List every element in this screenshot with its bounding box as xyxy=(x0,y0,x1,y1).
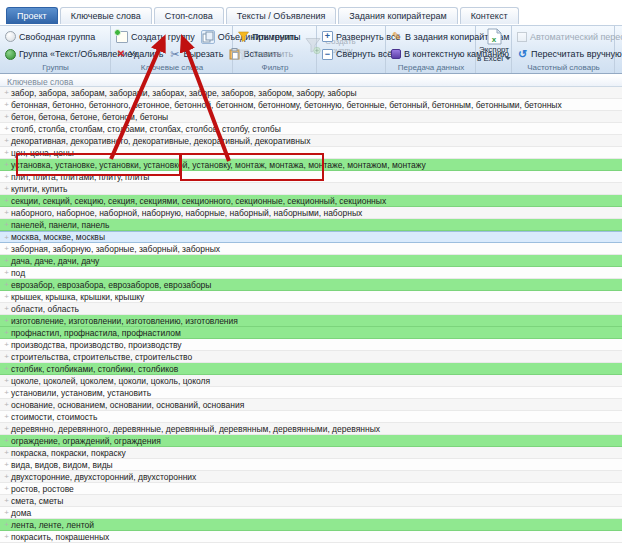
row-expander-icon[interactable]: + xyxy=(2,507,11,518)
keyword-row-text: забор, забора, заборам, заборами, забора… xyxy=(11,88,357,98)
checkbox-icon[interactable] xyxy=(517,32,527,42)
keyword-row[interactable]: +декоративная, декоративного, декоративн… xyxy=(0,135,622,147)
keyword-row[interactable]: +смета, сметы xyxy=(0,495,622,507)
tab-project[interactable]: Проект xyxy=(6,7,58,24)
row-expander-icon[interactable]: + xyxy=(2,327,11,338)
row-expander-icon[interactable]: + xyxy=(2,87,11,98)
tab-2[interactable]: Стоп-слова xyxy=(154,7,224,24)
cut-button[interactable]: ✂ Вырезать xyxy=(166,47,226,62)
free-group-button[interactable]: Свободная группа xyxy=(2,29,109,44)
keyword-row[interactable]: +столбик, столбиками, столбики, столбико… xyxy=(0,363,622,375)
keyword-row[interactable]: +цоколе, цоколей, цоколем, цоколи, цокол… xyxy=(0,375,622,387)
row-expander-icon[interactable]: + xyxy=(2,351,11,362)
tab-1[interactable]: Ключевые слова xyxy=(60,7,152,24)
row-expander-icon[interactable]: + xyxy=(2,435,11,446)
keyword-row[interactable]: +дача, даче, дачи, дачу xyxy=(0,255,622,267)
row-expander-icon[interactable]: + xyxy=(2,303,11,314)
row-expander-icon[interactable]: + xyxy=(2,339,11,350)
keyword-row[interactable]: +ростов, ростове xyxy=(0,483,622,495)
row-expander-icon[interactable]: + xyxy=(2,291,11,302)
row-expander-icon[interactable]: + xyxy=(2,147,11,158)
row-expander-icon[interactable]: + xyxy=(2,207,11,218)
row-expander-icon[interactable]: + xyxy=(2,363,11,374)
keyword-row[interactable]: +изготовление, изготовлении, изготовлени… xyxy=(0,315,622,327)
row-expander-icon[interactable]: + xyxy=(2,423,11,434)
row-expander-icon[interactable]: + xyxy=(2,387,11,398)
keyword-row[interactable]: +забор, забора, заборам, заборами, забор… xyxy=(0,87,622,99)
keyword-row[interactable]: +крышек, крышка, крышки, крышку xyxy=(0,291,622,303)
keyword-row[interactable]: +производства, производство, производств… xyxy=(0,339,622,351)
keyword-row[interactable]: +купити, купить xyxy=(0,183,622,195)
tab-4[interactable]: Задания копирайтерам xyxy=(338,7,457,24)
row-expander-icon[interactable]: + xyxy=(2,459,11,470)
cancel-filter-button[interactable]: Отменить xyxy=(235,47,302,62)
keyword-row[interactable]: +строительства, строительстве, строитель… xyxy=(0,351,622,363)
keyword-row[interactable]: +бетон, бетона, бетоне, бетоном, бетоны xyxy=(0,111,622,123)
row-expander-icon[interactable]: + xyxy=(2,483,11,494)
keyword-row[interactable]: +области, область xyxy=(0,303,622,315)
keyword-row[interactable]: +бетонная, бетонно, бетонного, бетонное,… xyxy=(0,99,622,111)
row-expander-icon[interactable]: + xyxy=(2,315,11,326)
keyword-row[interactable]: +дома xyxy=(0,507,622,519)
row-expander-icon[interactable]: + xyxy=(2,279,11,290)
keyword-row[interactable]: +секции, секций, секцию, секция, секциям… xyxy=(0,195,622,207)
keyword-row[interactable]: +под xyxy=(0,267,622,279)
row-expander-icon[interactable]: + xyxy=(2,219,11,230)
row-expander-icon[interactable]: + xyxy=(2,195,11,206)
row-expander-icon[interactable]: + xyxy=(2,111,11,122)
row-expander-icon[interactable]: + xyxy=(2,243,11,254)
row-expander-icon[interactable]: + xyxy=(2,99,11,110)
keyword-row[interactable]: +профнастил, профнастила, профнастилом xyxy=(0,327,622,339)
row-expander-icon[interactable]: + xyxy=(2,447,11,458)
keyword-row[interactable]: +установка, установке, установки, устано… xyxy=(0,159,622,171)
to-context-campaign-button[interactable]: В контекстную кампанию xyxy=(388,47,474,62)
text-ad-group-button[interactable]: Группа «Текст/Объявление» xyxy=(2,47,109,62)
row-expander-icon[interactable]: + xyxy=(2,267,11,278)
row-expander-icon[interactable]: + xyxy=(2,255,11,266)
keyword-row[interactable]: +покраска, покраски, покраску xyxy=(0,447,622,459)
keyword-row[interactable]: +еврозабор, еврозабора, еврозаборов, евр… xyxy=(0,279,622,291)
row-expander-icon[interactable]: + xyxy=(2,375,11,386)
keyword-row[interactable]: +плит, плита, плитами, плиту, плиты xyxy=(0,171,622,183)
keyword-row[interactable]: +заборная, заборную, заборные, заборный,… xyxy=(0,243,622,255)
collapse-all-button[interactable]: − Свернуть всё xyxy=(319,47,384,62)
row-expander-icon[interactable]: + xyxy=(2,495,11,506)
keyword-row[interactable]: +покрасить, покрашенных xyxy=(0,531,622,543)
row-expander-icon[interactable]: + xyxy=(2,411,11,422)
row-expander-icon[interactable]: + xyxy=(2,171,11,182)
keyword-row[interactable]: +панелей, панели, панель xyxy=(0,219,622,231)
ribbon-filler xyxy=(615,26,622,73)
to-copywriter-tasks-button[interactable]: ✎ В задания копирайтерам xyxy=(388,29,474,44)
expand-all-button[interactable]: + Развернуть всё xyxy=(319,29,384,44)
keyword-row[interactable]: +цен, цена, цены xyxy=(0,147,622,159)
keyword-row[interactable]: +двухсторонние, двухсторонний, двухсторо… xyxy=(0,471,622,483)
manual-recalc-button[interactable]: ↺ Пересчитать вручную xyxy=(514,47,613,62)
auto-recalc-checkbox-item[interactable]: Автоматический пересчет xyxy=(514,29,613,44)
row-expander-icon[interactable]: + xyxy=(2,183,11,194)
keyword-row[interactable]: +москва, москве, москвы xyxy=(0,231,622,243)
keyword-row[interactable]: +столб, столба, столбам, столбами, столб… xyxy=(0,123,622,135)
row-expander-icon[interactable]: + xyxy=(2,471,11,482)
keyword-row[interactable]: +лента, ленте, лентой xyxy=(0,519,622,531)
create-group-button[interactable]: Создать группу xyxy=(113,29,198,44)
keyword-row[interactable]: +ограждение, ограждений, ограждения xyxy=(0,435,622,447)
tab-5[interactable]: Контекст xyxy=(460,7,519,24)
row-expander-icon[interactable]: + xyxy=(2,531,11,542)
row-expander-icon[interactable]: + xyxy=(2,159,11,170)
keyword-row[interactable]: +установили, установим, установить xyxy=(0,387,622,399)
row-expander-icon[interactable]: + xyxy=(2,123,11,134)
keyword-row[interactable]: +стоимости, стоимость xyxy=(0,411,622,423)
export-excel-button[interactable]: x Экспорт в Excel xyxy=(478,28,510,63)
row-expander-icon[interactable]: + xyxy=(2,519,11,530)
row-expander-icon[interactable]: + xyxy=(2,399,11,410)
apply-filter-button[interactable]: Применить xyxy=(235,29,302,44)
row-expander-icon[interactable]: + xyxy=(2,232,11,243)
keyword-row-text: столб, столба, столбам, столбами, столба… xyxy=(11,124,281,134)
row-expander-icon[interactable]: + xyxy=(2,135,11,146)
keyword-row[interactable]: +вида, видов, видом, виды xyxy=(0,459,622,471)
keyword-row[interactable]: +основание, основанием, основании, основ… xyxy=(0,399,622,411)
tab-3[interactable]: Тексты / Объявления xyxy=(226,7,337,24)
delete-button[interactable]: ✕ Удалить xyxy=(113,47,166,62)
keyword-row[interactable]: +деревянно, деревянного, деревянные, дер… xyxy=(0,423,622,435)
keyword-row[interactable]: +наборного, наборное, наборной, наборную… xyxy=(0,207,622,219)
